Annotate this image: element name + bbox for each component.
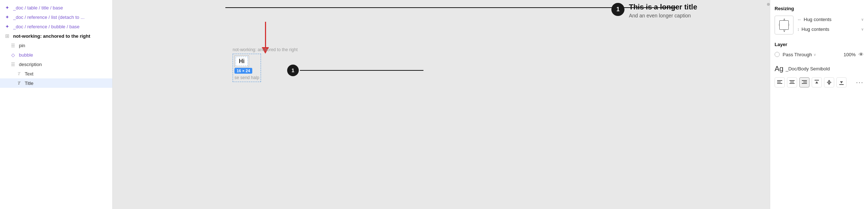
canvas: 1 This is a longer title And an even lon… <box>113 0 770 209</box>
layer-blend-icon <box>775 52 780 57</box>
title-line <box>225 7 677 8</box>
drag-icon: ✦ <box>4 14 10 20</box>
sidebar-item-label: _doc / table / title / base <box>13 5 108 11</box>
resize-arrow-bottom: ∨ <box>783 29 785 33</box>
svg-rect-14 <box>839 84 844 85</box>
valign-top-icon <box>815 80 819 85</box>
scroll-indicator <box>767 3 770 6</box>
list-icon: ☰ <box>10 61 16 67</box>
hug-vertical-row[interactable]: ↕ Hug contents ∨ <box>797 26 864 32</box>
hug-horizontal-row[interactable]: ↔ Hug contents ∨ <box>797 17 864 22</box>
layer-section: Layer Pass Through ∨ 100% 👁 <box>775 42 864 57</box>
valign-middle-button[interactable] <box>824 77 834 87</box>
hug-h-label: Hug contents <box>804 17 859 22</box>
drag-icon: ✦ <box>4 24 10 29</box>
valign-middle-icon <box>827 80 831 85</box>
badge-number: 1 <box>611 3 624 16</box>
text-type-icon: T <box>16 71 22 77</box>
alignment-row: ··· <box>775 77 864 87</box>
size-badge: 16 × 24 <box>234 68 252 74</box>
resizing-section: Resizing ∧ 〈 〉 ∨ ↔ Hug contents ∨ <box>775 6 864 34</box>
arrow-shaft <box>265 22 266 47</box>
svg-rect-1 <box>777 82 781 82</box>
diamond-icon: ◇ <box>10 52 16 58</box>
typography-row: Ag _Doc/Body Semibold <box>775 65 864 73</box>
sidebar-item-title[interactable]: T Title <box>0 78 112 88</box>
layer-mode-select[interactable]: Pass Through ∨ <box>783 52 841 57</box>
svg-marker-12 <box>828 80 831 82</box>
bottom-badge: 1 <box>287 65 299 76</box>
sidebar-item-doc-reference-list[interactable]: ✦ _doc / reference / list (detach to ... <box>0 12 112 22</box>
sidebar-item-doc-reference-bubble[interactable]: ✦ _doc / reference / bubble / base <box>0 22 112 31</box>
sidebar-item-not-working[interactable]: ⊞ not-working: anchored to the right <box>0 31 112 41</box>
more-options-button[interactable]: ··· <box>856 79 864 86</box>
sidebar-item-label: pin <box>19 43 108 48</box>
sidebar-item-label: _doc / reference / list (detach to ... <box>13 15 108 20</box>
layer-row: Pass Through ∨ 100% 👁 <box>775 52 864 57</box>
left-panel: ✦ _doc / table / title / base ✦ _doc / r… <box>0 0 113 209</box>
sidebar-item-label: Title <box>25 81 108 86</box>
svg-marker-13 <box>828 83 831 85</box>
text-type-icon: T <box>16 80 22 86</box>
layer-title: Layer <box>775 42 864 47</box>
visibility-eye-icon[interactable]: 👁 <box>859 52 864 57</box>
resize-arrow-left: 〈 <box>776 22 780 28</box>
resizing-box: ∧ 〈 〉 ∨ ↔ Hug contents ∨ ↕ Hug contents <box>775 16 864 34</box>
sidebar-item-label: bubble <box>19 52 108 58</box>
svg-rect-5 <box>789 83 795 84</box>
svg-marker-10 <box>815 81 818 83</box>
sidebar-item-label: _doc / reference / bubble / base <box>13 24 108 29</box>
svg-rect-0 <box>777 80 782 81</box>
hug-h-icon: ↔ <box>797 17 801 22</box>
drag-icon: ✦ <box>4 5 10 11</box>
hug-v-icon: ↕ <box>797 27 799 32</box>
layer-mode-chevron: ∨ <box>813 53 816 57</box>
valign-top-button[interactable] <box>812 77 822 87</box>
sidebar-item-doc-table[interactable]: ✦ _doc / table / title / base <box>0 3 112 12</box>
layer-opacity-value[interactable]: 100% <box>844 52 856 57</box>
svg-rect-7 <box>803 82 807 82</box>
valign-bottom-icon <box>839 80 844 85</box>
typography-ag-label: Ag <box>775 65 783 73</box>
resizing-title: Resizing <box>775 6 864 11</box>
card-caption: And an even longer caption <box>629 13 697 19</box>
hug-v-label: Hug contents <box>801 26 859 32</box>
svg-rect-6 <box>802 80 807 81</box>
title-card: 1 This is a longer title And an even lon… <box>611 0 697 21</box>
sidebar-item-bubble[interactable]: ◇ bubble <box>0 50 112 60</box>
sidebar-item-label: description <box>19 62 108 67</box>
svg-rect-9 <box>815 80 819 81</box>
svg-rect-8 <box>802 83 807 84</box>
sidebar-item-label: Text <box>25 71 108 77</box>
hi-element: Hi <box>234 56 249 67</box>
align-right-button[interactable] <box>799 77 809 87</box>
hug-h-chevron: ∨ <box>861 17 864 21</box>
hug-options: ↔ Hug contents ∨ ↕ Hug contents ∨ <box>797 17 864 33</box>
svg-rect-2 <box>777 83 782 84</box>
svg-rect-3 <box>789 80 795 81</box>
align-left-button[interactable] <box>775 77 785 87</box>
font-name[interactable]: _Doc/Body Semibold <box>785 66 829 71</box>
resize-arrow-top: ∧ <box>783 17 785 21</box>
align-right-icon <box>802 80 807 85</box>
svg-rect-11 <box>827 82 831 83</box>
resize-visual: ∧ 〈 〉 ∨ <box>775 16 793 34</box>
middle-element: not-working: anchored to the right Hi 16… <box>233 47 298 82</box>
element-label: not-working: anchored to the right <box>233 47 298 52</box>
hi-text: Hi <box>239 58 245 65</box>
dashed-container[interactable]: Hi 16 × 24 se send halp <box>233 54 261 82</box>
svg-marker-15 <box>840 81 843 83</box>
card-title: This is a longer title <box>629 3 697 11</box>
title-text-block: This is a longer title And an even longe… <box>629 3 697 19</box>
pin-icon: ☰ <box>10 42 16 48</box>
valign-bottom-button[interactable] <box>836 77 847 87</box>
align-center-button[interactable] <box>787 77 797 87</box>
send-halp-text: se send halp <box>234 75 259 80</box>
sidebar-item-text[interactable]: T Text <box>0 69 112 78</box>
align-left-icon <box>777 80 782 85</box>
typography-section: Ag _Doc/Body Semibold <box>775 65 864 87</box>
layer-mode-label: Pass Through <box>783 52 812 57</box>
sidebar-item-description[interactable]: ☰ description <box>0 60 112 69</box>
sidebar-item-pin[interactable]: ☰ pin <box>0 41 112 50</box>
canvas-content: 1 This is a longer title And an even lon… <box>113 0 770 209</box>
